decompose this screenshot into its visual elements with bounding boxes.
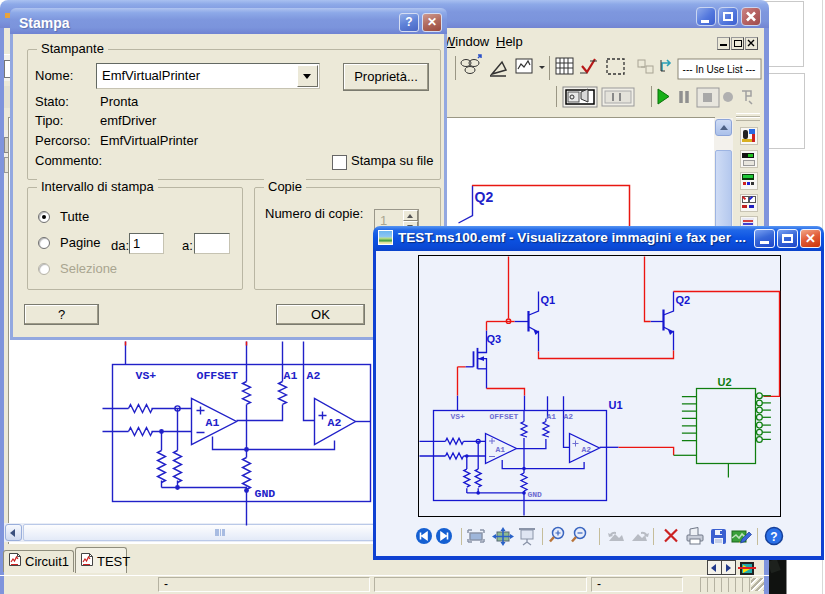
- svg-text:A2: A2: [328, 416, 342, 429]
- svg-text:A1: A1: [284, 369, 298, 382]
- svg-text:A2: A2: [307, 369, 321, 382]
- svg-text:VS+: VS+: [136, 369, 157, 382]
- svg-text:OFFSET: OFFSET: [197, 369, 239, 382]
- svg-text:A1: A1: [206, 416, 220, 429]
- svg-text:GND: GND: [255, 487, 276, 500]
- svg-text:Q2: Q2: [475, 189, 494, 205]
- svg-text:?: ?: [770, 530, 777, 544]
